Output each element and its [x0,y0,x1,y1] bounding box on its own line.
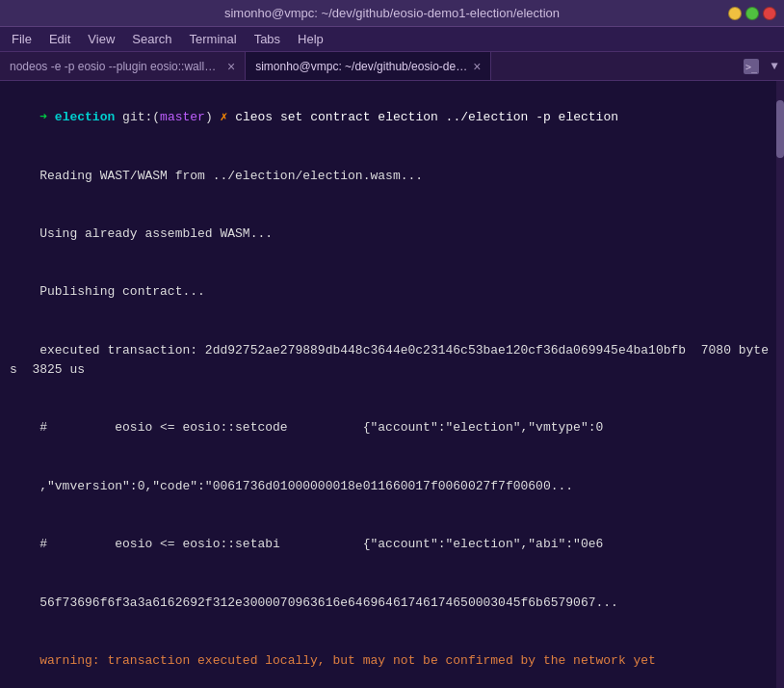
terminal-line-5: executed transaction: 2dd92752ae279889db… [10,322,774,400]
line-4-text: Publishing contract... [39,284,205,299]
terminal[interactable]: ➜ election git:(master) ✗ cleos set cont… [0,81,784,688]
close-button[interactable] [763,7,776,20]
line-5-text: executed transaction: 2dd92752ae279889db… [10,343,769,377]
scrollbar-thumb[interactable] [776,100,784,158]
prompt-git-close-1: ) [205,110,221,124]
line-7-text: # eosio <= eosio::setabi {"account":"ele… [39,537,603,551]
menu-view[interactable]: View [80,30,122,48]
prompt-arrow-1: ➜ [39,110,55,124]
terminal-line-3: Using already assembled WASM... [10,205,774,263]
minimize-button[interactable] [728,7,742,20]
tabbar: nodeos -e -p eosio --plugin eosio::walle… [0,52,784,81]
line-2-text: Reading WAST/WASM from ../election/elect… [39,169,423,183]
titlebar: simonho@vmpc: ~/dev/github/eosio-demo1-e… [0,0,784,27]
prompt-branch-1: master [160,110,205,124]
tab-scroll-right[interactable]: ▼ [765,52,784,80]
menu-file[interactable]: File [4,30,39,48]
tab-1-close[interactable]: × [227,59,235,74]
tab-2-close[interactable]: × [473,59,481,74]
line-6-text: # eosio <= eosio::setcode {"account":"el… [39,420,603,435]
warning-text: warning: transaction executed locally, b… [39,653,656,668]
terminal-line-7b: 56f73696f6f3a3a6162692f312e3000070963616… [10,574,774,632]
terminal-line-2: Reading WAST/WASM from ../election/elect… [10,146,774,204]
maximize-button[interactable] [745,7,759,20]
prompt-command-1: cleos set contract election ../election … [227,110,618,124]
scrollbar-right[interactable] [776,81,784,688]
menu-help[interactable]: Help [290,30,331,48]
tab-1[interactable]: nodeos -e -p eosio --plugin eosio::walle… [0,52,246,80]
titlebar-buttons [728,7,776,20]
titlebar-title: simonho@vmpc: ~/dev/github/eosio-demo1-e… [224,6,560,20]
prompt-dir-1: election [55,110,115,124]
tab-2-label: simonho@vmpc: ~/dev/github/eosio-demo1-e… [255,60,467,73]
tab-1-label: nodeos -e -p eosio --plugin eosio::walle… [10,60,222,73]
menu-edit[interactable]: Edit [41,30,78,48]
svg-text:>_: >_ [745,62,758,73]
menu-terminal[interactable]: Terminal [182,30,245,48]
terminal-line-7: # eosio <= eosio::setabi {"account":"ele… [10,516,774,573]
terminal-line-4: Publishing contract... [10,263,774,321]
menu-search[interactable]: Search [124,30,179,48]
menu-tabs[interactable]: Tabs [247,30,288,48]
terminal-line-6: # eosio <= eosio::setcode {"account":"el… [10,399,774,457]
terminal-line-warning: warning: transaction executed locally, b… [10,632,774,688]
tab-icon-area: >_ [738,52,765,80]
terminal-line-1: ➜ election git:(master) ✗ cleos set cont… [10,89,774,146]
tab-2[interactable]: simonho@vmpc: ~/dev/github/eosio-demo1-e… [246,52,491,80]
terminal-icon: >_ [744,59,759,74]
prompt-git-open-1: git:( [115,110,160,124]
menubar: File Edit View Search Terminal Tabs Help [0,27,784,52]
line-7b-text: 56f73696f6f3a3a6162692f312e3000070963616… [39,595,618,610]
line-6b-text: ,"vmversion":0,"code":"0061736d010000000… [39,479,573,493]
terminal-line-6b: ,"vmversion":0,"code":"0061736d010000000… [10,458,774,516]
line-3-text: Using already assembled WASM... [39,226,273,241]
